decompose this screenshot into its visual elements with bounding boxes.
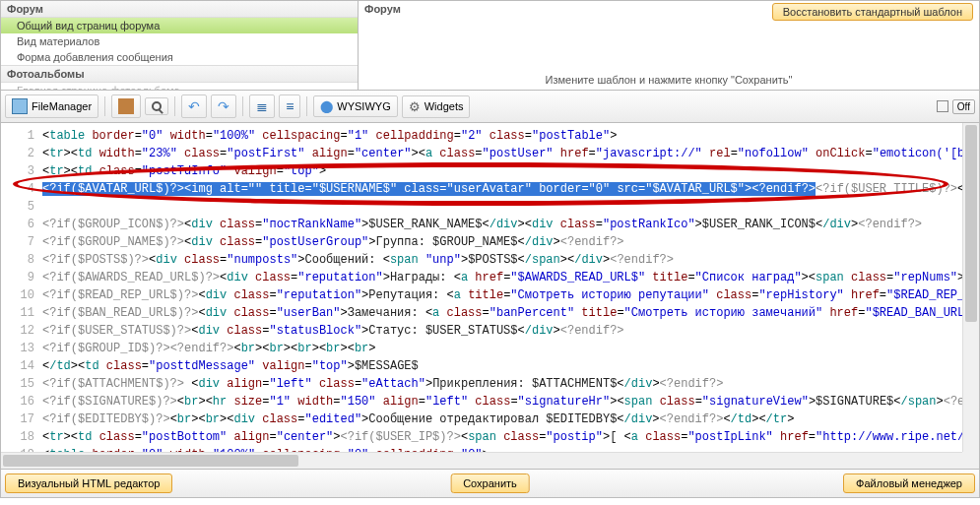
tree-item-materials[interactable]: Вид материалов [1, 33, 358, 49]
tree-item-photo-main[interactable]: Главная страница фотоальбома [1, 83, 358, 90]
tree-item-add-form[interactable]: Форма добавления сообщения [1, 49, 358, 65]
wysiwyg-button[interactable]: WYSIWYG [313, 95, 397, 117]
search-icon [152, 101, 162, 111]
drive-icon [12, 98, 28, 114]
toggle-square-icon[interactable] [937, 100, 948, 112]
off-toggle[interactable]: Off [952, 99, 975, 114]
horizontal-scrollbar[interactable] [1, 452, 962, 469]
filemanager-button[interactable]: FileManager [5, 95, 98, 118]
code-editor[interactable]: 123456789101112131415161718192021 <table… [0, 123, 980, 470]
template-tree: Форум Общий вид страниц форума Вид матер… [1, 1, 359, 90]
filemanager-label: FileManager [32, 100, 92, 112]
scrollbar-corner [962, 452, 979, 469]
widgets-label: Widgets [425, 100, 464, 112]
find-button[interactable] [111, 95, 141, 118]
binoculars-icon [118, 98, 134, 114]
widgets-button[interactable]: Widgets [402, 95, 471, 118]
redo-button[interactable] [211, 95, 236, 118]
wysiwyg-label: WYSIWYG [337, 100, 390, 112]
tree-section-forum[interactable]: Форум [1, 1, 358, 18]
save-button[interactable]: Сохранить [450, 473, 530, 493]
tree-item-forum-pages[interactable]: Общий вид страниц форума [1, 18, 358, 33]
ordered-list-button[interactable] [249, 95, 275, 118]
gear-icon [409, 99, 421, 114]
code-area[interactable]: <table border="0" width="100%" cellspaci… [40, 123, 979, 469]
editor-toolbar: FileManager WYSIWYG Widgets Off [0, 91, 980, 123]
bottom-bar: Визуальный HTML редактор Сохранить Файло… [0, 470, 980, 498]
file-manager-button[interactable]: Файловый менеджер [843, 473, 975, 493]
vertical-scrollbar[interactable] [962, 123, 979, 452]
redo-icon [218, 98, 229, 114]
undo-button[interactable] [181, 95, 207, 118]
hint-text: Измените шаблон и нажмите кнопку "Сохран… [546, 74, 793, 86]
undo-icon [188, 98, 200, 114]
restore-default-button[interactable]: Восстановить стандартный шаблон [772, 3, 973, 21]
globe-icon [320, 99, 333, 113]
search-button[interactable] [145, 97, 168, 115]
unordered-list-button[interactable] [279, 95, 300, 118]
tree-section-photo[interactable]: Фотоальбомы [1, 65, 358, 83]
right-panel: Форум Восстановить стандартный шаблон Из… [359, 1, 979, 90]
unordered-list-icon [286, 98, 294, 114]
ordered-list-icon [256, 98, 268, 114]
line-gutter: 123456789101112131415161718192021 [1, 123, 40, 469]
visual-editor-button[interactable]: Визуальный HTML редактор [5, 473, 172, 493]
